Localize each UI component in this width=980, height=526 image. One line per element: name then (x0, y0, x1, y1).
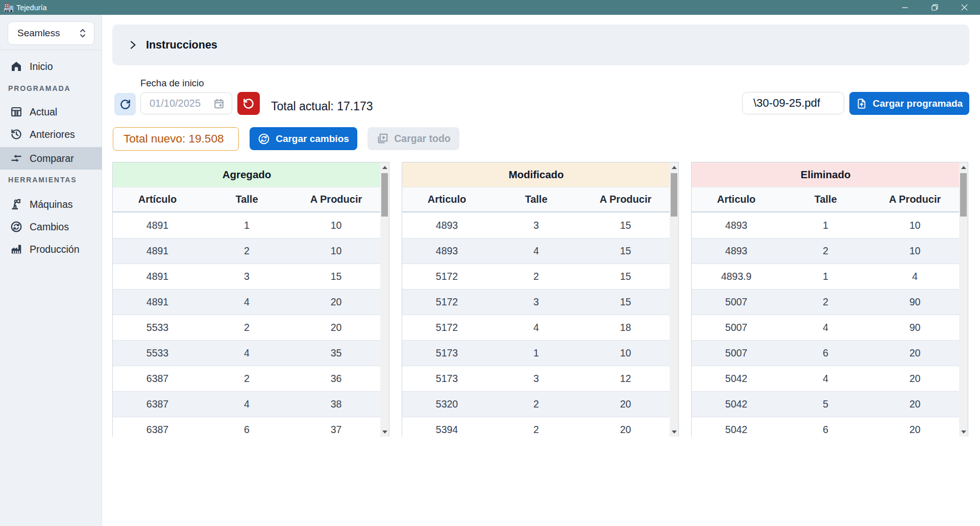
table-row: 5007290 (692, 289, 960, 315)
reset-button[interactable] (237, 92, 260, 115)
minimize-button[interactable] (890, 0, 920, 15)
column-header: Talle (202, 187, 291, 211)
table-body: 4893315489341551722155172315517241851731… (402, 212, 670, 437)
table-cell: 4 (202, 290, 291, 315)
table-cell: 5007 (692, 290, 781, 315)
refresh-button[interactable] (114, 93, 136, 115)
sidebar-divider (0, 50, 102, 50)
sidebar-item-produccion[interactable]: Producción (0, 238, 102, 260)
sidebar-item-actual[interactable]: Actual (0, 101, 102, 123)
date-input[interactable]: 01/10/2025 (140, 92, 232, 114)
table-cell: 10 (291, 212, 381, 238)
scroll-down-button[interactable] (380, 427, 389, 437)
cargar-cambios-button[interactable]: Cargar cambios (250, 127, 357, 150)
table-cell: 5042 (692, 417, 781, 437)
table-cell: 4891 (113, 290, 202, 315)
table-cell: 6 (781, 341, 870, 366)
file-upload-icon (856, 98, 867, 109)
sidebar-item-anteriores[interactable]: Anteriores (0, 123, 102, 146)
sync-circle-icon (258, 133, 270, 145)
table-cell: 5320 (402, 392, 492, 417)
table-row: 4893210 (692, 238, 960, 264)
scroll-down-button[interactable] (959, 427, 968, 437)
table-cell: 20 (870, 392, 960, 417)
table-row: 5007490 (692, 315, 960, 340)
table-cell: 2 (781, 290, 870, 315)
table-row: 4891315 (113, 264, 381, 289)
scrollbar-thumb[interactable] (960, 173, 967, 217)
restore-button[interactable] (920, 0, 949, 15)
table-row: 5172215 (402, 264, 670, 289)
table-row: 5533435 (113, 340, 381, 366)
pdf-file-input[interactable]: \30-09-25.pdf (742, 92, 844, 114)
compare-arrows-icon (10, 152, 22, 164)
sidebar-item-comparar[interactable]: Comparar (0, 147, 102, 170)
scroll-down-button[interactable] (670, 427, 678, 437)
table-cell: 2 (202, 238, 291, 264)
table-cell: 5042 (692, 366, 781, 391)
product-selector[interactable]: Seamless (8, 21, 94, 45)
table-row: 5042620 (692, 417, 960, 437)
table-row: 5042520 (692, 391, 960, 417)
rotate-ccw-icon (242, 98, 255, 110)
close-icon (961, 4, 968, 11)
sidebar-item-label: Cambios (30, 221, 69, 233)
table-eliminado-title: Eliminado (692, 162, 960, 187)
table-cell: 4 (781, 366, 870, 391)
table-row: 4891420 (113, 289, 381, 315)
table-cell: 38 (291, 392, 381, 417)
unfold-chevrons-icon (79, 28, 87, 38)
cargar-programada-button[interactable]: Cargar programada (849, 92, 969, 115)
instructions-panel[interactable]: Instrucciones (112, 25, 969, 65)
table-cell: 20 (291, 290, 381, 315)
scrollbar[interactable] (380, 162, 389, 437)
table-cell: 2 (492, 392, 581, 417)
table-cell: 1 (781, 264, 870, 289)
refresh-icon (119, 99, 131, 110)
scrollbar-thumb[interactable] (671, 173, 677, 217)
table-cell: 4891 (113, 238, 202, 264)
table-agregado: Agregado Artículo Talle A Producir 48911… (112, 162, 389, 437)
table-cell: 4893 (692, 238, 781, 264)
table-row: 4891210 (113, 238, 381, 264)
table-cell: 5533 (113, 315, 202, 340)
scrollbar[interactable] (959, 162, 968, 437)
sidebar-item-inicio[interactable]: Inicio (0, 55, 102, 78)
sidebar-item-cambios[interactable]: Cambios (0, 216, 102, 238)
scroll-up-button[interactable] (959, 162, 968, 172)
cargar-cambios-label: Cargar cambios (276, 133, 349, 145)
table-cell: 4 (870, 264, 960, 289)
table-row: 4893415 (402, 238, 670, 264)
table-cell: 5172 (402, 315, 492, 340)
date-input-value: 01/10/2025 (150, 98, 213, 109)
fecha-inicio-label: Fecha de inicio (140, 78, 204, 89)
column-header: A Producir (581, 187, 670, 211)
table-cell: 4893 (402, 238, 492, 264)
table-body: 489311048932104893.914500729050074905007… (692, 212, 960, 437)
table-row: 4891110 (113, 212, 381, 238)
table-row: 6387637 (113, 417, 381, 437)
sidebar-item-maquinas[interactable]: Máquinas (0, 193, 102, 216)
sidebar-item-label: Máquinas (30, 199, 73, 210)
scroll-up-button[interactable] (380, 162, 389, 172)
cargar-todo-button[interactable]: Cargar todo (368, 127, 459, 150)
table-cell: 1 (492, 341, 581, 366)
column-header: Talle (781, 187, 870, 211)
table-cell: 6 (202, 417, 291, 437)
cargar-programada-label: Cargar programada (873, 98, 963, 109)
table-row: 5042420 (692, 366, 960, 391)
table-modificado-title: Modificado (402, 162, 670, 187)
main-content: Instrucciones Fecha de inicio 01/10/2025 (102, 15, 980, 526)
close-button[interactable] (949, 0, 979, 15)
table-cell: 4893 (402, 212, 492, 238)
table-cell: 5173 (402, 366, 492, 391)
instructions-title: Instrucciones (146, 39, 217, 52)
product-selector-value: Seamless (17, 28, 60, 39)
scrollbar[interactable] (670, 162, 678, 437)
scrollbar-thumb[interactable] (381, 173, 388, 217)
table-cell: 35 (291, 341, 381, 366)
sidebar-section-herramientas: HERRAMIENTAS (8, 176, 100, 186)
scroll-up-button[interactable] (670, 162, 678, 172)
chevron-right-icon (128, 39, 139, 51)
table-modificado: Modificado Articulo Talle A Producir 489… (402, 162, 679, 437)
